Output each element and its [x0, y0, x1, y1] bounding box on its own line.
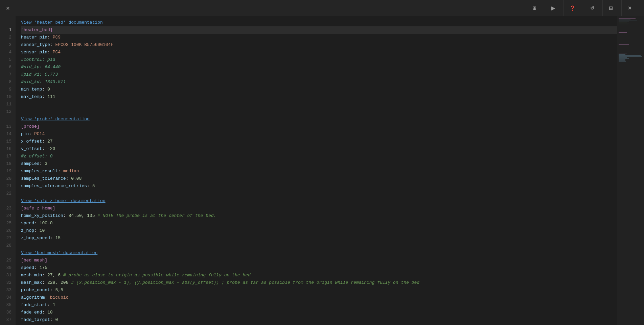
colon: : [34, 220, 40, 227]
minimap [617, 16, 644, 325]
line-number: 30 [0, 264, 12, 272]
code-line: #pid_kp: 64.440 [21, 64, 617, 71]
config-reference-button[interactable]: ❓ [563, 0, 584, 16]
doc-link-row: View 'safe_z_home' documentation [21, 197, 617, 205]
svg-rect-8 [619, 27, 626, 27]
code-line [21, 101, 617, 108]
colon: : [47, 34, 53, 41]
value: 1 [53, 301, 55, 309]
value: -23 [47, 145, 55, 153]
editor-close-x-icon[interactable]: ✕ [4, 2, 12, 14]
doc-link[interactable]: View 'bed_mesh' documentation [21, 249, 97, 257]
doc-link[interactable]: View 'heater_bed' documentation [21, 19, 103, 26]
line-number: 36 [0, 309, 12, 316]
comment-line: #pid_ki: 0.773 [21, 71, 58, 78]
devices-button[interactable]: ⊞ [526, 0, 545, 16]
code-line: pin: PC14 [21, 130, 617, 138]
save-restart-button[interactable]: ↺ [584, 0, 603, 16]
code-line: #pid_ki: 0.773 [21, 71, 617, 78]
key: fade_end [21, 309, 42, 316]
value: 0 [47, 86, 50, 93]
svg-rect-27 [619, 56, 642, 57]
value: PC14 [34, 130, 45, 138]
line-number: 11 [0, 101, 12, 108]
save-button[interactable]: ⊟ [602, 0, 621, 16]
section-bracket: [bed_mesh] [21, 257, 47, 264]
line-number: 37 [0, 316, 12, 324]
inline-comment: # (x.position_max - 1), (y.position_max … [68, 279, 419, 286]
key: samples [21, 160, 40, 168]
comment-line: #pid_kp: 64.440 [21, 64, 61, 71]
code-line: sensor_pin: PC4 [21, 49, 617, 56]
svg-rect-24 [619, 53, 627, 53]
line-number: 28 [0, 242, 12, 249]
code-line: samples_tolerance_retries: 5 [21, 182, 617, 190]
value: 27, 6 [47, 272, 61, 279]
section-bracket: [safe_z_home] [21, 205, 55, 212]
value: 5 [92, 182, 95, 190]
colon: : [42, 138, 47, 145]
command-palette-icon: ▶ [551, 5, 555, 11]
svg-rect-26 [619, 55, 641, 56]
code-content[interactable]: View 'heater_bed' documentation[heater_b… [16, 16, 617, 325]
key: z_hop_speed [21, 234, 50, 242]
colon: : [50, 316, 55, 324]
value: EPCOS 100K B57560G104F [55, 41, 113, 49]
key: max_temp [21, 93, 42, 101]
key: samples_tolerance_retries [21, 182, 87, 190]
line-number: 32 [0, 279, 12, 286]
value: 100.0 [40, 220, 53, 227]
close-button[interactable]: ✕ [621, 0, 640, 16]
doc-link[interactable]: View 'probe' documentation [21, 116, 90, 123]
value: median [63, 168, 79, 175]
svg-rect-10 [619, 32, 627, 33]
svg-rect-18 [619, 41, 631, 41]
colon: : [34, 264, 40, 272]
code-line: algorithm: bicubic [21, 294, 617, 301]
line-number: 8 [0, 78, 12, 86]
code-line: fade_end: 10 [21, 309, 617, 316]
code-line: heater_pin: PC9 [21, 34, 617, 41]
svg-rect-17 [619, 40, 628, 40]
section-bracket: [heater_bed] [21, 26, 53, 34]
value: 229, 208 [47, 279, 68, 286]
svg-rect-5 [619, 24, 629, 24]
svg-rect-28 [619, 57, 627, 58]
command-palette-button[interactable]: ▶ [545, 0, 564, 16]
line-number: 9 [0, 86, 12, 93]
line-num-empty [0, 116, 12, 123]
value: 15 [55, 234, 61, 242]
line-number: 31 [0, 272, 12, 279]
colon: : [42, 86, 47, 93]
colon: : [87, 182, 92, 190]
code-line: samples_result: median [21, 168, 617, 175]
colon: : [45, 294, 50, 301]
value: 3 [45, 160, 47, 168]
svg-rect-11 [619, 34, 625, 34]
doc-link-row: View 'heater_bed' documentation [21, 19, 617, 26]
code-line: sensor_type: EPCOS 100K B57560G104F [21, 41, 617, 49]
svg-rect-32 [619, 61, 626, 62]
key: mesh_max [21, 279, 42, 286]
line-num-empty [0, 249, 12, 257]
code-line: min_temp: 0 [21, 86, 617, 93]
colon: : [50, 234, 55, 242]
devices-icon: ⊞ [532, 5, 537, 11]
colon: : [42, 279, 47, 286]
code-line: #control: pid [21, 56, 617, 64]
save-icon: ⊟ [609, 5, 613, 11]
doc-link[interactable]: View 'safe_z_home' documentation [21, 197, 106, 205]
svg-rect-4 [619, 23, 627, 23]
svg-rect-30 [619, 59, 625, 60]
svg-rect-19 [619, 44, 629, 45]
line-numbers: 123456789101112 13141516171819202122 232… [0, 16, 16, 325]
colon: : [40, 160, 45, 168]
line-number: 1 [0, 26, 12, 34]
colon: : [66, 175, 71, 182]
comment-line: #z_offset: 0 [21, 153, 53, 160]
editor: 123456789101112 13141516171819202122 232… [0, 16, 644, 325]
value: 10 [40, 227, 45, 234]
svg-rect-31 [619, 60, 625, 61]
colon: : [29, 130, 34, 138]
code-line: y_offset: -23 [21, 145, 617, 153]
